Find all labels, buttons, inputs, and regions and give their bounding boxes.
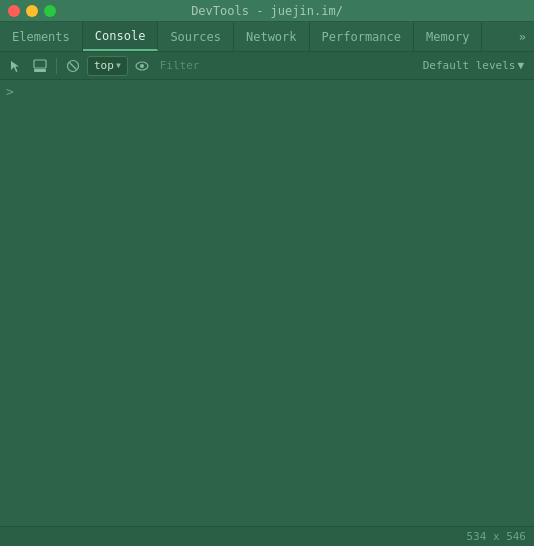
context-arrow: ▼	[116, 61, 121, 70]
status-bar: 534 x 546	[0, 526, 534, 546]
console-output-area: >	[0, 80, 534, 526]
prompt-arrow: >	[6, 84, 14, 99]
maximize-button[interactable]	[44, 5, 56, 17]
svg-rect-0	[34, 60, 46, 68]
eye-button[interactable]	[132, 56, 152, 76]
tab-console[interactable]: Console	[83, 22, 159, 51]
tab-network[interactable]: Network	[234, 22, 310, 51]
filter-input[interactable]	[156, 59, 415, 72]
tab-elements[interactable]: Elements	[0, 22, 83, 51]
console-toolbar: top ▼ Default levels ▼	[0, 52, 534, 80]
chevron-right-icon: »	[519, 30, 526, 44]
dimensions-display: 534 x 546	[466, 530, 526, 543]
window-controls	[8, 5, 56, 17]
minimize-button[interactable]	[26, 5, 38, 17]
tab-bar: Elements Console Sources Network Perform…	[0, 22, 534, 52]
drawer-icon[interactable]	[30, 56, 50, 76]
window-title: DevTools - juejin.im/	[191, 4, 343, 18]
close-button[interactable]	[8, 5, 20, 17]
cursor-icon[interactable]	[6, 56, 26, 76]
toolbar-separator	[56, 58, 57, 74]
title-bar: DevTools - juejin.im/	[0, 0, 534, 22]
svg-line-3	[70, 62, 77, 69]
svg-point-5	[140, 64, 144, 68]
svg-rect-1	[34, 69, 46, 72]
tab-memory[interactable]: Memory	[414, 22, 482, 51]
context-selector[interactable]: top ▼	[87, 56, 128, 76]
tab-performance[interactable]: Performance	[310, 22, 414, 51]
default-levels-dropdown[interactable]: Default levels ▼	[419, 59, 528, 72]
tab-more-button[interactable]: »	[511, 22, 534, 51]
tab-sources[interactable]: Sources	[158, 22, 234, 51]
context-label: top	[94, 59, 114, 72]
console-prompt: >	[6, 84, 528, 99]
levels-arrow-icon: ▼	[517, 59, 524, 72]
clear-console-button[interactable]	[63, 56, 83, 76]
